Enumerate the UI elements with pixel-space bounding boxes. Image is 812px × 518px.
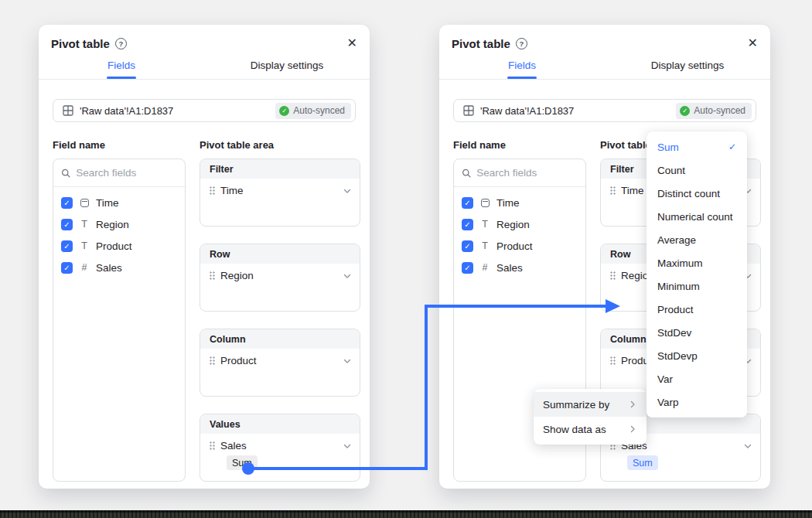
dropdown-item-numerical-count[interactable]: Numerical count bbox=[647, 205, 747, 228]
field-label: Region bbox=[496, 219, 530, 230]
value-aggregation-tag[interactable]: Sum bbox=[227, 455, 258, 470]
field-items: ✓ Time ✓ T Region ✓ T Product ✓ # S bbox=[454, 187, 585, 278]
dialog-title: Pivot table bbox=[51, 37, 110, 50]
dropdown-item-var[interactable]: Var bbox=[647, 367, 747, 390]
tab-display-settings[interactable]: Display settings bbox=[204, 56, 370, 79]
dropdown-item-stddevp[interactable]: StdDevp bbox=[647, 344, 747, 367]
field-row-product[interactable]: ✓ T Product bbox=[53, 235, 185, 257]
dropdown-item-maximum[interactable]: Maximum bbox=[647, 251, 747, 274]
chevron-down-icon[interactable] bbox=[343, 356, 352, 366]
drag-handle-icon[interactable] bbox=[610, 356, 616, 366]
search-icon bbox=[61, 168, 70, 179]
text-icon: T bbox=[79, 240, 90, 251]
dialog-title: Pivot table bbox=[452, 37, 510, 50]
pivot-section-values: Values Sales Sum bbox=[200, 414, 360, 482]
section-header: Values bbox=[200, 414, 360, 434]
close-icon[interactable]: ✕ bbox=[347, 36, 357, 51]
field-checkbox[interactable]: ✓ bbox=[462, 197, 473, 209]
chevron-down-icon[interactable] bbox=[343, 271, 352, 281]
dropdown-item-sum[interactable]: Sum ✓ bbox=[647, 135, 747, 158]
chevron-down-icon[interactable] bbox=[743, 441, 752, 451]
auto-synced-label: Auto-synced bbox=[694, 105, 745, 116]
help-icon[interactable]: ? bbox=[516, 38, 527, 49]
menu-item-summarize-by[interactable]: Summarize by bbox=[534, 392, 647, 417]
field-checkbox[interactable]: ✓ bbox=[61, 197, 73, 209]
field-checkbox[interactable]: ✓ bbox=[462, 240, 473, 252]
submenu-chevron-icon bbox=[628, 424, 637, 434]
dropdown-item-distinct-count[interactable]: Distinct count bbox=[647, 182, 747, 205]
drag-handle-icon[interactable] bbox=[610, 271, 616, 281]
pivot-section-column: Column Product bbox=[200, 329, 360, 397]
field-list: ✓ Time ✓ T Region ✓ T Product ✓ # S bbox=[53, 158, 186, 482]
field-row-region[interactable]: ✓ T Region bbox=[53, 213, 185, 235]
tab-display-settings-label: Display settings bbox=[651, 60, 725, 71]
dropdown-item-varp[interactable]: Varp bbox=[647, 390, 747, 414]
field-chip-sales[interactable]: Sales bbox=[200, 434, 360, 452]
field-row-region[interactable]: ✓ T Region bbox=[454, 213, 585, 235]
value-aggregation-tag[interactable]: Sum bbox=[627, 455, 658, 470]
sync-check-icon: ✓ bbox=[279, 106, 289, 116]
submenu-chevron-icon bbox=[628, 400, 637, 409]
chevron-down-icon[interactable] bbox=[343, 186, 352, 196]
drag-handle-icon[interactable] bbox=[210, 356, 215, 366]
tab-display-settings[interactable]: Display settings bbox=[605, 56, 770, 79]
data-source-range: 'Raw data'!A1:D1837 bbox=[480, 105, 676, 117]
data-source-range: 'Raw data'!A1:D1837 bbox=[80, 105, 275, 117]
close-icon[interactable]: ✕ bbox=[748, 36, 758, 51]
drag-handle-icon[interactable] bbox=[210, 186, 215, 196]
field-chip-time[interactable]: Time bbox=[200, 179, 360, 196]
field-checkbox[interactable]: ✓ bbox=[462, 262, 473, 274]
chevron-down-icon[interactable] bbox=[343, 441, 352, 451]
field-checkbox[interactable]: ✓ bbox=[462, 219, 473, 230]
search-input[interactable] bbox=[476, 167, 578, 179]
dialog-header: Pivot table ? ✕ bbox=[452, 36, 758, 51]
section-header: Filter bbox=[200, 159, 360, 179]
field-row-sales[interactable]: ✓ # Sales bbox=[53, 257, 185, 278]
tab-fields-label: Fields bbox=[107, 60, 135, 71]
field-row-time[interactable]: ✓ Time bbox=[53, 192, 185, 213]
menu-item-show-data-as[interactable]: Show data as bbox=[534, 417, 647, 441]
drag-handle-icon[interactable] bbox=[210, 441, 215, 451]
field-chip-product[interactable]: Product bbox=[200, 349, 360, 366]
auto-synced-badge: ✓ Auto-synced bbox=[676, 103, 752, 119]
field-search bbox=[454, 159, 585, 187]
text-icon: T bbox=[79, 219, 90, 230]
field-chip-region[interactable]: Region bbox=[200, 264, 360, 281]
field-checkbox[interactable]: ✓ bbox=[61, 219, 73, 230]
pivot-dialog-left: Pivot table ? ✕ Fields Display settings … bbox=[39, 25, 370, 489]
auto-synced-badge: ✓ Auto-synced bbox=[275, 103, 351, 119]
text-icon: T bbox=[479, 219, 490, 230]
field-label: Product bbox=[96, 240, 132, 252]
dropdown-item-stddev[interactable]: StdDev bbox=[647, 321, 747, 344]
section-header: Column bbox=[200, 329, 360, 349]
help-icon[interactable]: ? bbox=[115, 38, 127, 49]
auto-synced-label: Auto-synced bbox=[293, 105, 345, 116]
date-icon bbox=[479, 199, 490, 207]
pivot-section-row: Row Region bbox=[200, 244, 360, 312]
grid-icon bbox=[463, 105, 474, 116]
dropdown-item-product[interactable]: Product bbox=[647, 298, 747, 321]
text-icon: T bbox=[479, 240, 490, 251]
field-row-time[interactable]: ✓ Time bbox=[454, 192, 585, 213]
dropdown-item-average[interactable]: Average bbox=[647, 228, 747, 251]
data-source-field[interactable]: 'Raw data'!A1:D1837 ✓ Auto-synced bbox=[453, 99, 756, 122]
spreadsheet-edge-strip bbox=[0, 510, 812, 518]
field-checkbox[interactable]: ✓ bbox=[61, 262, 73, 274]
field-row-product[interactable]: ✓ T Product bbox=[454, 235, 585, 257]
drag-handle-icon[interactable] bbox=[210, 271, 215, 281]
field-label: Product bbox=[496, 240, 533, 252]
search-input[interactable] bbox=[76, 167, 177, 179]
field-label: Time bbox=[96, 197, 119, 209]
data-source-field[interactable]: 'Raw data'!A1:D1837 ✓ Auto-synced bbox=[53, 99, 356, 122]
dropdown-item-count[interactable]: Count bbox=[647, 158, 747, 182]
tab-fields[interactable]: Fields bbox=[439, 56, 605, 79]
tab-fields[interactable]: Fields bbox=[39, 56, 204, 79]
field-row-sales[interactable]: ✓ # Sales bbox=[454, 257, 585, 278]
tab-display-settings-label: Display settings bbox=[251, 60, 324, 71]
tab-fields-label: Fields bbox=[508, 60, 536, 71]
pivot-section-filter: Filter Time bbox=[200, 158, 360, 227]
drag-handle-icon[interactable] bbox=[610, 186, 616, 196]
field-checkbox[interactable]: ✓ bbox=[61, 240, 73, 252]
dropdown-item-minimum[interactable]: Minimum bbox=[647, 274, 747, 298]
grid-icon bbox=[63, 105, 73, 116]
